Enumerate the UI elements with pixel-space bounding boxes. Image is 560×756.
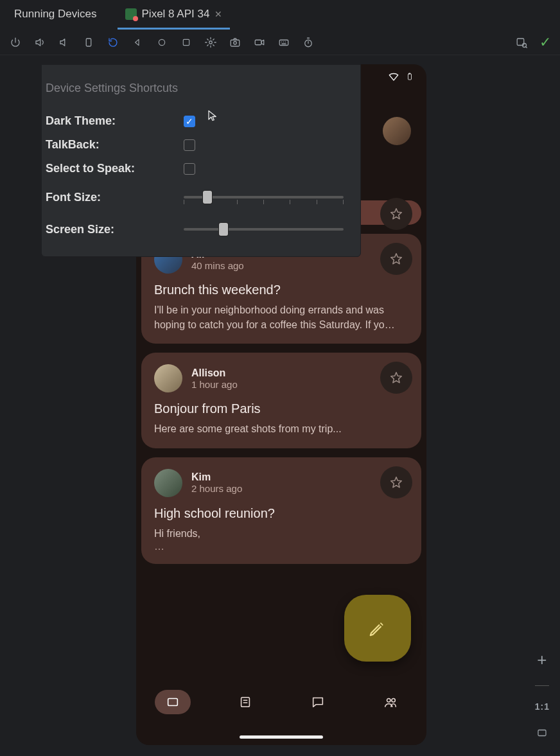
device-settings-popover: Device Settings Shortcuts Dark Theme: ✓ … [41,64,361,257]
wifi-icon [388,71,399,85]
device-icon [125,8,137,20]
back-icon[interactable] [131,36,144,49]
keyboard-icon[interactable] [277,36,290,49]
compose-fab[interactable] [344,595,411,662]
select-to-speak-label: Select to Speak: [46,162,184,175]
home-icon[interactable] [155,36,168,49]
body-preview: I'll be in your neighborhood doing erran… [154,303,408,332]
volume-down-icon[interactable] [58,36,71,49]
svg-rect-14 [241,698,249,707]
rotate-right-icon[interactable] [107,36,119,49]
subject: Bonjour from Paris [154,401,408,416]
tab-label: Pixel 8 API 34 [142,8,210,21]
svg-point-15 [387,699,390,703]
avatar [154,469,182,497]
screen-size-label: Screen Size: [46,223,184,236]
svg-rect-13 [168,699,177,706]
select-to-speak-checkbox[interactable] [184,163,195,175]
star-button[interactable] [380,198,412,230]
rotate-left-icon[interactable] [82,36,95,49]
mouse-cursor [207,108,218,123]
tab-label: Running Devices [14,8,97,21]
nav-inbox[interactable] [155,690,191,714]
svg-point-16 [391,699,395,703]
stopwatch-icon[interactable] [302,36,315,49]
dark-theme-label: Dark Theme: [46,114,184,128]
overview-icon[interactable] [180,36,193,49]
talkback-label: TalkBack: [46,138,184,152]
message-time: 40 mins ago [191,260,244,271]
tab-device[interactable]: Pixel 8 API 34 ✕ [118,0,231,30]
settings-gear-icon[interactable] [204,36,217,49]
apply-check-icon[interactable]: ✓ [539,34,551,51]
email-card[interactable]: Kim 2 hours ago High school reunion? Hi … [141,457,421,564]
star-button[interactable] [380,466,412,498]
subject: Brunch this weekend? [154,283,408,297]
avatar [154,364,182,392]
slider-thumb[interactable] [203,191,212,204]
message-time: 2 hours ago [191,483,242,494]
svg-rect-2 [183,39,189,45]
popover-title: Device Settings Shortcuts [46,82,344,95]
email-card[interactable]: Allison 1 hour ago Bonjour from Paris He… [141,353,421,448]
svg-rect-7 [279,40,288,45]
sender-name: Kim [191,471,242,483]
svg-point-3 [209,40,213,44]
svg-rect-12 [409,73,410,74]
svg-rect-6 [255,40,261,45]
svg-rect-4 [231,40,240,46]
close-icon[interactable]: ✕ [214,9,222,19]
body-preview: Here are some great shots from my trip..… [154,421,408,436]
tab-running-devices[interactable]: Running Devices [6,0,105,30]
font-size-slider[interactable] [184,189,344,205]
font-size-label: Font Size: [46,191,184,204]
nav-chat[interactable] [300,690,336,714]
power-icon[interactable] [9,36,22,49]
zoom-toolbar: + 1:1 [535,650,550,741]
body-preview: Hi friends, [154,526,408,541]
bottom-nav [136,681,426,723]
fit-screen-button[interactable] [536,727,548,741]
screen-size-slider[interactable] [184,222,344,237]
svg-rect-0 [86,39,91,46]
volume-up-icon[interactable] [33,36,46,49]
svg-point-1 [159,39,164,45]
screenshot-icon[interactable] [229,36,241,49]
nav-people[interactable] [372,690,408,714]
home-indicator[interactable] [240,735,323,739]
svg-rect-11 [408,74,412,80]
sender-name: Allison [191,367,238,379]
ellipsis: … [154,541,408,552]
device-toolbar: ✓ [0,30,560,55]
nav-articles[interactable] [227,690,263,714]
battery-icon [406,71,414,85]
zoom-in-button[interactable]: + [537,650,547,670]
talkback-checkbox[interactable] [184,139,195,151]
svg-point-5 [234,41,237,44]
divider [535,685,549,686]
layout-inspector-icon[interactable] [515,36,528,49]
slider-thumb[interactable] [219,223,228,236]
dark-theme-checkbox[interactable]: ✓ [184,116,195,127]
subject: High school reunion? [154,506,408,521]
svg-rect-17 [538,730,546,736]
message-time: 1 hour ago [191,379,238,390]
profile-avatar[interactable] [383,117,411,145]
record-icon[interactable] [253,36,266,49]
star-button[interactable] [380,243,412,275]
zoom-reset-button[interactable]: 1:1 [535,701,550,712]
